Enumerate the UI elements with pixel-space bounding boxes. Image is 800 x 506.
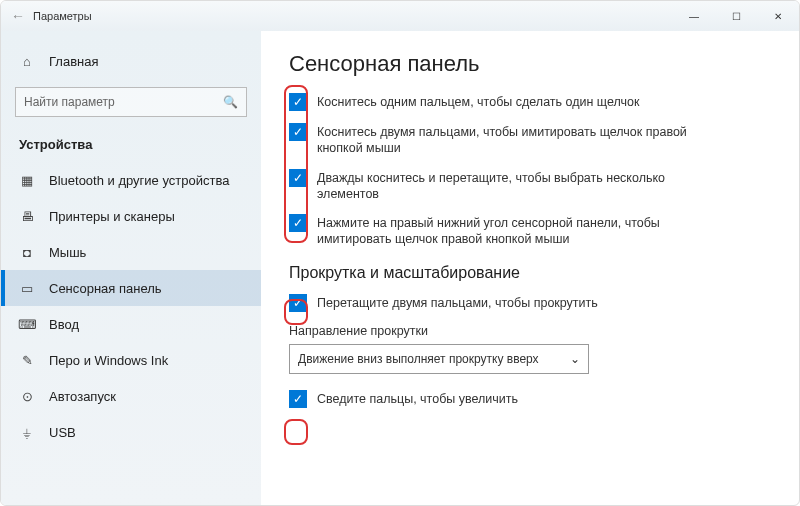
sidebar: ⌂ Главная Найти параметр 🔍 Устройства ▦ … [1, 31, 261, 505]
mouse-icon: ◘ [19, 245, 35, 260]
option-tap-single[interactable]: Коснитесь одним пальцем, чтобы сделать о… [289, 93, 729, 111]
sidebar-item-label: Перо и Windows Ink [49, 353, 168, 368]
autoplay-icon: ⊙ [19, 389, 35, 404]
checkbox-icon[interactable] [289, 390, 307, 408]
option-scroll-drag[interactable]: Перетащите двумя пальцами, чтобы прокрут… [289, 294, 729, 312]
sidebar-item-label: Принтеры и сканеры [49, 209, 175, 224]
search-placeholder: Найти параметр [24, 95, 115, 109]
sidebar-item-autoplay[interactable]: ⊙ Автозапуск [1, 378, 261, 414]
sidebar-home-label: Главная [49, 54, 98, 69]
minimize-button[interactable]: — [673, 1, 715, 31]
scroll-heading: Прокрутка и масштабирование [289, 264, 771, 282]
usb-icon: ⏚ [19, 425, 35, 440]
sidebar-item-label: Автозапуск [49, 389, 116, 404]
sidebar-item-typing[interactable]: ⌨ Ввод [1, 306, 261, 342]
highlight-annotation [284, 85, 308, 243]
search-input[interactable]: Найти параметр 🔍 [15, 87, 247, 117]
titlebar: ← Параметры — ☐ ✕ [1, 1, 799, 31]
chevron-down-icon: ⌄ [570, 352, 580, 366]
pen-icon: ✎ [19, 353, 35, 368]
sidebar-item-label: Bluetooth и другие устройства [49, 173, 229, 188]
sidebar-item-label: Мышь [49, 245, 86, 260]
option-label: Коснитесь одним пальцем, чтобы сделать о… [317, 93, 640, 110]
back-icon[interactable]: ← [11, 8, 25, 24]
window-title: Параметры [33, 10, 92, 22]
sidebar-item-pen[interactable]: ✎ Перо и Windows Ink [1, 342, 261, 378]
option-double-tap-drag[interactable]: Дважды коснитесь и перетащите, чтобы выб… [289, 169, 729, 203]
option-label: Дважды коснитесь и перетащите, чтобы выб… [317, 169, 729, 203]
sidebar-item-touchpad[interactable]: ▭ Сенсорная панель [1, 270, 261, 306]
window-controls: — ☐ ✕ [673, 1, 799, 31]
direction-label: Направление прокрутки [289, 324, 771, 338]
sidebar-item-printers[interactable]: 🖶 Принтеры и сканеры [1, 198, 261, 234]
option-label: Сведите пальцы, чтобы увеличить [317, 390, 518, 407]
sidebar-item-usb[interactable]: ⏚ USB [1, 414, 261, 450]
sidebar-item-mouse[interactable]: ◘ Мышь [1, 234, 261, 270]
printer-icon: 🖶 [19, 209, 35, 224]
touchpad-icon: ▭ [19, 281, 35, 296]
home-icon: ⌂ [19, 54, 35, 69]
sidebar-item-label: USB [49, 425, 76, 440]
bluetooth-icon: ▦ [19, 173, 35, 188]
sidebar-item-label: Ввод [49, 317, 79, 332]
main-panel: Сенсорная панель Коснитесь одним пальцем… [261, 31, 799, 505]
direction-select[interactable]: Движение вниз выполняет прокрутку вверх … [289, 344, 589, 374]
search-icon: 🔍 [223, 95, 238, 109]
sidebar-category: Устройства [1, 129, 261, 162]
keyboard-icon: ⌨ [19, 317, 35, 332]
option-label: Коснитесь двумя пальцами, чтобы имитиров… [317, 123, 729, 157]
option-tap-two[interactable]: Коснитесь двумя пальцами, чтобы имитиров… [289, 123, 729, 157]
option-label: Перетащите двумя пальцами, чтобы прокрут… [317, 294, 598, 311]
page-title: Сенсорная панель [289, 51, 771, 77]
close-button[interactable]: ✕ [757, 1, 799, 31]
maximize-button[interactable]: ☐ [715, 1, 757, 31]
highlight-annotation [284, 419, 308, 445]
select-value: Движение вниз выполняет прокрутку вверх [298, 352, 539, 366]
sidebar-home[interactable]: ⌂ Главная [1, 43, 261, 79]
sidebar-item-label: Сенсорная панель [49, 281, 162, 296]
option-right-corner[interactable]: Нажмите на правый нижний угол сенсорной … [289, 214, 729, 248]
highlight-annotation [284, 299, 308, 325]
option-pinch-zoom[interactable]: Сведите пальцы, чтобы увеличить [289, 390, 729, 408]
sidebar-item-bluetooth[interactable]: ▦ Bluetooth и другие устройства [1, 162, 261, 198]
option-label: Нажмите на правый нижний угол сенсорной … [317, 214, 729, 248]
